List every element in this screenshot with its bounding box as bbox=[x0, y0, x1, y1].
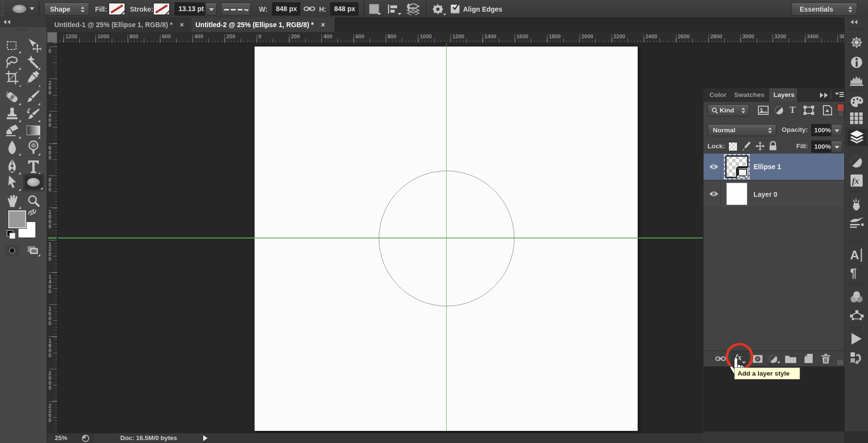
svg-text:fx: fx bbox=[852, 176, 859, 186]
svg-text:A: A bbox=[850, 249, 859, 262]
svg-text:¶: ¶ bbox=[850, 267, 857, 279]
